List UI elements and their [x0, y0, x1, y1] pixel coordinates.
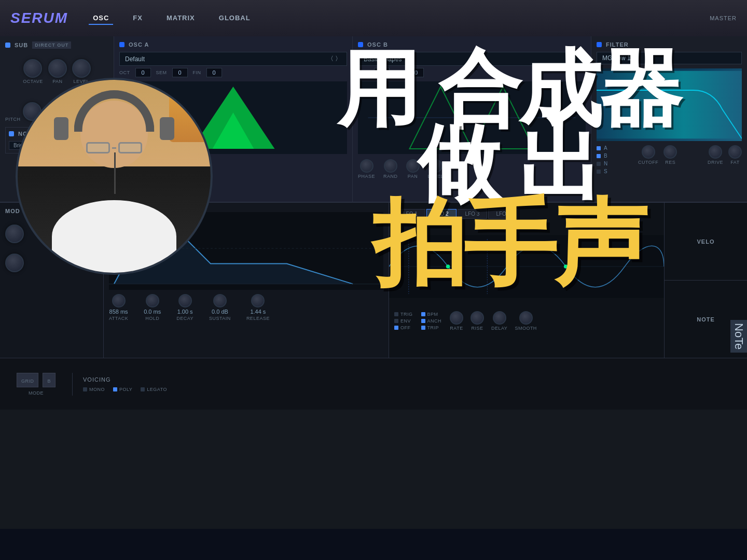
res-knob[interactable] [663, 145, 677, 159]
release-knob[interactable] [251, 294, 265, 307]
osc-b-phase-knob[interactable] [360, 159, 374, 173]
filter-led[interactable] [597, 42, 602, 47]
trip-led[interactable] [421, 326, 425, 330]
rand-knob[interactable] [145, 159, 159, 173]
anch-led[interactable] [421, 319, 425, 323]
osc-a-level-control: LEVEL [189, 159, 205, 179]
octave-knob[interactable] [23, 59, 42, 78]
direct-out-label[interactable]: DIRECT OUT [32, 41, 71, 49]
svg-point-11 [564, 264, 568, 269]
hold-knob[interactable] [146, 294, 159, 307]
velo-note-panels: VELO NOTE [664, 203, 747, 358]
osc-a-pan-knob[interactable] [168, 159, 181, 173]
tab-fx[interactable]: FX [129, 12, 147, 25]
rise-knob[interactable] [471, 311, 484, 325]
osc-a-led[interactable] [119, 42, 125, 47]
sub-pitch: PITCH [5, 100, 108, 123]
poly-led[interactable] [113, 387, 117, 391]
pan-control: PAN [48, 59, 67, 84]
filter-preset[interactable]: MG Low 18 [597, 52, 742, 64]
attack-knob[interactable] [112, 294, 126, 307]
osc-a-sem-val[interactable]: 0 [172, 68, 188, 77]
filter-options: A B N S [597, 145, 607, 174]
lfo-tab-1[interactable]: LFO 1 [395, 209, 425, 219]
bottom-row: GRID B MODE VOICING MONO POLY [0, 358, 747, 410]
osc-b-pan-knob[interactable] [406, 159, 420, 173]
osc-a-fin-val[interactable]: 0 [206, 68, 222, 77]
fat-knob[interactable] [728, 145, 742, 159]
cutoff-knob[interactable] [642, 145, 655, 159]
mod-controls [5, 225, 98, 272]
sustain-knob[interactable] [213, 294, 227, 307]
osc-b-level-knob[interactable] [429, 159, 442, 173]
grid-button[interactable]: GRID [17, 373, 39, 387]
filter-option-s: S [597, 169, 607, 174]
anch-option: ANCH [421, 318, 442, 324]
rate-control: RATE [450, 311, 463, 331]
env-display [109, 212, 383, 290]
env-led[interactable] [394, 319, 398, 323]
osc-b-oct-val[interactable]: +1 [374, 68, 390, 77]
mono-option: MONO [83, 387, 105, 392]
level-control: LEVEL [72, 59, 91, 84]
pan-knob[interactable] [48, 59, 67, 78]
voicing-section: VOICING MONO POLY LEGATO [73, 376, 737, 392]
filter-a-led[interactable] [597, 146, 601, 150]
osc-a-display [119, 81, 347, 154]
osc-b-fin-val[interactable]: 0 [408, 68, 424, 77]
osc-b-params-row: PHASE RAND PAN LEVEL [358, 159, 586, 179]
osc-b-preset[interactable]: Basic Shapes 〈 〉 [358, 52, 586, 66]
sub-title: SUB [15, 42, 28, 48]
delay-knob[interactable] [493, 311, 506, 325]
osc-a-pan-control: PAN [168, 159, 181, 179]
osc-b-display [358, 81, 586, 154]
osc-a-oct-val[interactable]: 0 [135, 68, 151, 77]
phase-knob[interactable] [121, 159, 135, 173]
env-lfo-row: MOD [0, 202, 747, 358]
sub-led[interactable] [5, 43, 10, 48]
tab-global[interactable]: GLOBAL [215, 12, 255, 25]
mod-section: MOD [0, 203, 104, 358]
pitch-knob[interactable] [23, 102, 42, 121]
noise-led[interactable] [9, 131, 14, 136]
smooth-knob[interactable] [519, 311, 533, 325]
filter-header: FILTER [597, 41, 742, 48]
legato-led[interactable] [141, 387, 145, 391]
filter-knobs-2: DRIVE FAT [708, 145, 742, 174]
filter-s-led[interactable] [597, 170, 601, 174]
off-led[interactable] [394, 326, 398, 330]
osc-b-rand-control: RAND [383, 159, 398, 179]
tab-osc[interactable]: OSC [89, 12, 113, 25]
osc-b-header: OSC B [358, 41, 586, 48]
osc-a-header: OSC A [119, 41, 347, 48]
trig-led[interactable] [394, 312, 398, 316]
lfo-tab-3[interactable]: LFO 3 [458, 209, 488, 219]
level-knob[interactable] [72, 59, 91, 78]
filter-n-led[interactable] [597, 162, 601, 166]
decay-knob[interactable] [178, 294, 192, 307]
voicing-options: MONO POLY LEGATO [83, 387, 737, 392]
tab-matrix[interactable]: MATRIX [162, 12, 199, 25]
rise-control: RISE [471, 311, 484, 331]
mod-knob-1[interactable] [5, 225, 24, 243]
osc-a-level-knob[interactable] [190, 159, 204, 173]
osc-b-oct-params: OCT +1 FIN 0 [358, 68, 586, 77]
rate-knob[interactable] [450, 311, 463, 325]
mode-button[interactable]: B [43, 373, 56, 387]
filter-b-led[interactable] [597, 154, 601, 158]
osc-b-led[interactable] [358, 42, 363, 47]
lfo-trigger-options: TRIG ENV OFF [394, 312, 413, 330]
mono-led[interactable] [83, 387, 87, 391]
lfo-tab-2[interactable]: LFO 2 [426, 209, 457, 219]
grid-section: GRID B MODE [10, 373, 73, 396]
osc-b-rand-knob[interactable] [384, 159, 397, 173]
drive-knob[interactable] [709, 145, 722, 159]
bpm-led[interactable] [421, 312, 425, 316]
mod-knob-2[interactable] [5, 254, 24, 272]
osc-b-level-control: LEVEL [428, 159, 444, 179]
osc-a-preset[interactable]: Default 〈 〉 [119, 52, 347, 66]
lfo-tabs: LFO 1 LFO 2 LFO 3 LFO 4 [392, 206, 521, 222]
noise-header: NOISE [9, 131, 105, 137]
lfo-tab-4[interactable]: LFO 4 [488, 209, 518, 219]
hold-param: 0.0 ms HOLD [144, 294, 161, 321]
